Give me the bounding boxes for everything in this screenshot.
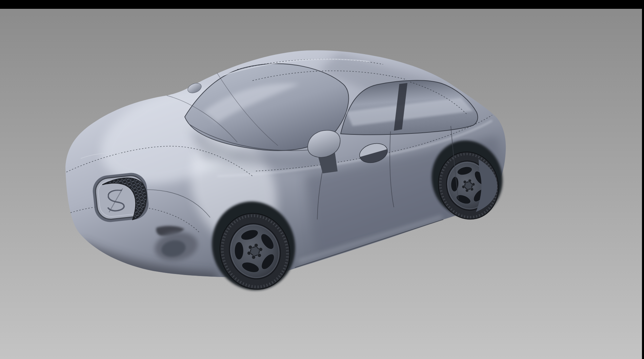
right-letterbox-bar — [642, 0, 644, 359]
top-letterbox-bar — [0, 0, 644, 9]
viewport-3d[interactable] — [0, 0, 642, 359]
grille — [91, 171, 150, 224]
car-render — [0, 0, 642, 359]
screen — [0, 0, 644, 359]
